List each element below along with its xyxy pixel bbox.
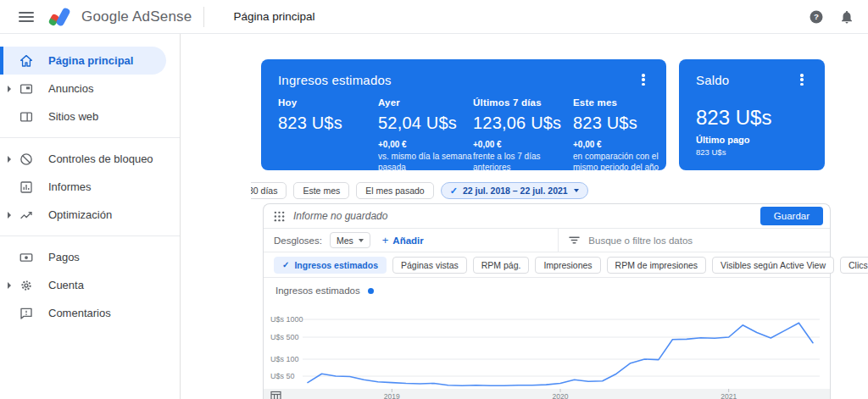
metric-chips-row: ✓Ingresos estimadosPáginas vistasRPM pág… xyxy=(264,252,830,278)
metric-chip-paginas-vistas[interactable]: Páginas vistas xyxy=(392,257,467,274)
earnings-period-label: Ayer xyxy=(378,97,473,108)
block-icon xyxy=(19,152,34,167)
sidebar-item-comentarios[interactable]: Comentarios xyxy=(0,299,180,327)
metric-chip-rpm-de-impresiones[interactable]: RPM de impresiones xyxy=(607,257,706,274)
x-axis-band xyxy=(264,389,830,399)
earnings-period-label: Hoy xyxy=(278,97,378,108)
account-icon xyxy=(19,278,34,293)
metric-chip-label: Páginas vistas xyxy=(401,260,459,270)
card-title: Saldo xyxy=(696,73,729,87)
chevron-down-icon xyxy=(359,239,364,242)
adsense-logo-icon xyxy=(47,6,73,28)
last-payment-value: 823 U$s xyxy=(696,147,808,157)
earnings-compare-note: frente a los 7 días anteriores xyxy=(473,151,568,173)
sidebar-item-anuncios[interactable]: Anuncios xyxy=(0,75,180,103)
metric-chip-ingresos-estimados[interactable]: ✓Ingresos estimados xyxy=(274,257,387,274)
x-axis-tick-label: 2021 xyxy=(721,392,737,399)
plus-icon: + xyxy=(382,234,389,247)
expand-caret-icon[interactable] xyxy=(8,282,11,289)
card-menu-icon[interactable] xyxy=(796,73,808,86)
home-icon xyxy=(19,53,34,69)
earnings-column: Ayer52,04 U$s+0,00 €vs. mismo día la sem… xyxy=(378,97,473,173)
metric-chip-label: Visibles según Active View xyxy=(721,260,826,270)
metric-chip-clics[interactable]: Clics xyxy=(840,257,868,274)
sidebar-item-pagina-principal[interactable]: Página principal xyxy=(0,47,166,75)
earnings-value: 123,06 U$s xyxy=(473,114,573,133)
sidebar-item-pagos[interactable]: Pagos xyxy=(0,243,180,271)
balance-value: 823 U$s xyxy=(696,106,808,130)
sidebar-divider xyxy=(0,137,180,138)
sidebar-item-optimizacion[interactable]: Optimización xyxy=(0,201,180,229)
sidebar-item-label: Comentarios xyxy=(48,307,111,319)
estimated-earnings-card: Ingresos estimados Hoy823 U$sAyer52,04 U… xyxy=(261,59,666,170)
metric-chip-label: Impresiones xyxy=(543,260,592,270)
brand-name: Google AdSense xyxy=(81,8,192,25)
x-axis-tick-label: 2020 xyxy=(553,392,569,399)
metric-chip-impresiones[interactable]: Impresiones xyxy=(535,257,600,274)
menu-icon[interactable] xyxy=(19,12,34,22)
help-icon[interactable]: ? xyxy=(809,9,824,25)
sidebar-item-label: Anuncios xyxy=(48,82,93,95)
ads-icon xyxy=(19,81,34,97)
payments-icon xyxy=(19,250,34,265)
balance-card: Saldo 823 U$s Último pago 823 U$s xyxy=(679,59,825,170)
optimize-icon xyxy=(19,208,34,223)
filter-search-input[interactable]: Busque o filtre los datos xyxy=(558,229,830,252)
check-icon: ✓ xyxy=(282,260,289,269)
metric-chip-rpm-pag-[interactable]: RPM pág. xyxy=(473,257,530,274)
y-axis-tick-label: U$s 500 xyxy=(270,333,299,341)
breakdown-value: Mes xyxy=(337,236,353,246)
page-title: Página principal xyxy=(233,10,314,23)
sidebar-item-label: Controles de bloqueo xyxy=(48,152,153,165)
report-grid-icon[interactable] xyxy=(274,211,285,222)
date-range-chip[interactable]: ✓22 jul. 2018 – 22 jul. 2021 xyxy=(441,182,588,199)
add-breakdown-button[interactable]: + Añadir xyxy=(382,234,424,247)
svg-text:?: ? xyxy=(814,12,819,21)
legend-dot-icon xyxy=(368,288,374,294)
y-axis-tick-label: U$s 50 xyxy=(270,372,295,380)
chart-legend-label: Ingresos estimados xyxy=(275,285,360,296)
earnings-delta: +0,00 € xyxy=(378,140,473,149)
date-chip-el-mes-pasado[interactable]: El mes pasado xyxy=(356,182,433,199)
sidebar-item-cuenta[interactable]: Cuenta xyxy=(0,271,180,299)
date-chip-30-dias[interactable]: 30 días xyxy=(251,182,287,199)
topbar-divider xyxy=(203,7,204,27)
breakdown-select[interactable]: Mes xyxy=(330,232,370,248)
sidebar-item-label: Sitios web xyxy=(48,110,98,123)
earnings-value: 823 U$s xyxy=(278,114,378,133)
last-payment-label: Último pago xyxy=(696,135,808,145)
earnings-compare-note: vs. mismo día la semana pasada xyxy=(378,151,473,173)
card-menu-icon[interactable] xyxy=(637,73,649,86)
sidebar-navigation: Página principalAnunciosSitios webContro… xyxy=(0,34,181,399)
earnings-compare-note: en comparación con el mismo periodo del … xyxy=(573,151,668,173)
earnings-period-label: Últimos 7 días xyxy=(473,97,573,108)
save-button[interactable]: Guardar xyxy=(760,207,823,225)
sidebar-divider xyxy=(0,236,180,236)
check-icon: ✓ xyxy=(450,186,458,197)
report-panel: Informe no guardado Guardar Desgloses: M… xyxy=(263,203,831,399)
sidebar-item-label: Pagos xyxy=(48,251,80,263)
earnings-column: Hoy823 U$s xyxy=(278,97,378,173)
earnings-column: Últimos 7 días123,06 U$s+0,00 €frente a … xyxy=(473,97,573,173)
expand-caret-icon[interactable] xyxy=(8,156,11,163)
sidebar-item-informes[interactable]: Informes xyxy=(0,173,180,201)
sidebar-item-label: Optimización xyxy=(48,208,112,221)
top-app-bar: Google AdSense Página principal ? xyxy=(0,0,868,34)
earnings-column: Este mes823 U$s+0,00 €en comparación con… xyxy=(573,97,673,173)
date-filter-chips: 30 díasEste mesEl mes pasado✓22 jul. 201… xyxy=(251,180,590,201)
date-range-label: 22 jul. 2018 – 22 jul. 2021 xyxy=(463,186,568,196)
metric-chip-label: RPM de impresiones xyxy=(615,260,698,270)
sidebar-item-controles-de-bloqueo[interactable]: Controles de bloqueo xyxy=(0,145,180,173)
expand-caret-icon[interactable] xyxy=(8,212,11,219)
notifications-bell-icon[interactable] xyxy=(839,9,854,25)
metric-chip-label: RPM pág. xyxy=(481,260,521,270)
earnings-delta: +0,00 € xyxy=(473,140,573,149)
date-chip-este-mes[interactable]: Este mes xyxy=(293,182,349,199)
earnings-value: 823 U$s xyxy=(573,114,673,133)
x-axis-tick-label: 2019 xyxy=(384,392,400,399)
sites-icon xyxy=(19,109,34,125)
metric-chip-visibles-segun-active-view[interactable]: Visibles según Active View xyxy=(712,257,834,274)
sidebar-item-sitios-web[interactable]: Sitios web xyxy=(0,103,180,130)
expand-caret-icon[interactable] xyxy=(8,86,11,92)
feedback-icon xyxy=(19,306,34,321)
